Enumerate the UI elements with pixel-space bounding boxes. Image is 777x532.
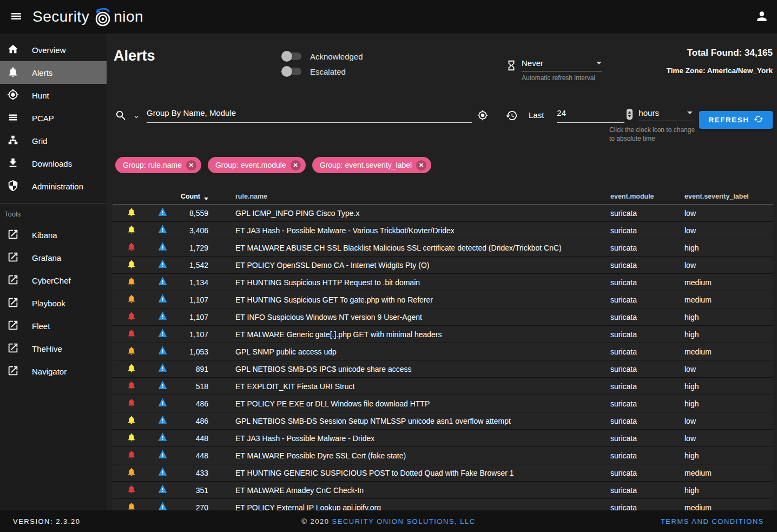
- table-row[interactable]: 3,406ET JA3 Hash - Possible Malware - Va…: [113, 222, 773, 239]
- table-row[interactable]: 270ET POLICY External IP Lookup api.ipif…: [113, 499, 773, 510]
- filter-crosshair-icon[interactable]: [477, 110, 488, 121]
- alert-triangle-icon[interactable]: [157, 432, 168, 444]
- chip-close-icon[interactable]: ✕: [186, 160, 196, 170]
- table-row[interactable]: 1,107ET HUNTING Suspicious GET To gate.p…: [113, 291, 773, 308]
- sidebar-item-alerts[interactable]: Alerts: [0, 61, 107, 84]
- time-value-input[interactable]: [557, 108, 611, 117]
- toggle-switch[interactable]: [283, 52, 301, 60]
- chip-close-icon[interactable]: ✕: [291, 160, 301, 170]
- table-row[interactable]: 8,559GPL ICMP_INFO PING Cisco Type.xsuri…: [113, 205, 773, 222]
- alert-triangle-icon[interactable]: [157, 345, 168, 358]
- alert-count: 1,134: [175, 278, 208, 287]
- severity-bell-icon[interactable]: [127, 311, 136, 323]
- table-row[interactable]: 351ET MALWARE Amadey CnC Check-Insuricat…: [113, 482, 773, 499]
- toggle-switch[interactable]: [283, 68, 301, 75]
- table-row[interactable]: 1,729ET MALWARE ABUSE.CH SSL Blacklist M…: [113, 239, 773, 257]
- alert-severity-label: medium: [684, 295, 773, 304]
- stepper-icon[interactable]: [626, 108, 633, 120]
- history-clock-icon[interactable]: [505, 109, 518, 122]
- alert-triangle-icon[interactable]: [157, 259, 168, 271]
- alert-triangle-icon[interactable]: [157, 467, 168, 479]
- table-row[interactable]: 891GPL NETBIOS SMB-DS IPC$ unicode share…: [113, 360, 773, 378]
- table-row[interactable]: 1,107ET MALWARE Generic gate[.].php GET …: [113, 326, 773, 343]
- severity-bell-icon[interactable]: [127, 450, 136, 462]
- alert-triangle-icon[interactable]: [157, 224, 168, 237]
- alert-triangle-icon[interactable]: [157, 241, 168, 254]
- tools-section-label: Tools: [0, 203, 107, 224]
- alert-triangle-icon[interactable]: [157, 415, 168, 427]
- alert-severity-label: low: [684, 261, 773, 270]
- user-account-button[interactable]: [747, 0, 777, 34]
- tool-item-fleet[interactable]: Fleet: [0, 314, 107, 337]
- alert-triangle-icon[interactable]: [157, 449, 168, 462]
- chip-close-icon[interactable]: ✕: [416, 160, 426, 170]
- group-chip[interactable]: Group: event.module✕: [208, 157, 306, 173]
- alert-triangle-icon[interactable]: [157, 207, 168, 219]
- table-row[interactable]: 448ET JA3 Hash - Possible Malware - Drid…: [113, 430, 773, 447]
- table-row[interactable]: 1,134ET HUNTING Suspicious HTTP Request …: [113, 274, 773, 291]
- alert-triangle-icon[interactable]: [157, 328, 168, 340]
- refresh-interval-select[interactable]: Never: [522, 58, 602, 71]
- severity-bell-icon[interactable]: [127, 294, 136, 306]
- column-header-severity[interactable]: event.severity_label: [684, 193, 773, 200]
- search-options-chevron-icon[interactable]: [133, 113, 140, 123]
- alert-event-module: suricata: [610, 486, 684, 495]
- severity-bell-icon[interactable]: [127, 242, 136, 254]
- sidebar-item-administration[interactable]: Administration: [0, 175, 107, 198]
- table-row[interactable]: 1,107ET INFO Suspicious Windows NT versi…: [113, 308, 773, 326]
- sidebar-item-pcap[interactable]: PCAP: [0, 107, 107, 129]
- alert-triangle-icon[interactable]: [157, 380, 168, 392]
- sidebar-item-overview[interactable]: Overview: [0, 38, 107, 61]
- alert-triangle-icon[interactable]: [157, 484, 168, 496]
- group-chip[interactable]: Group: rule.name✕: [115, 157, 201, 173]
- tool-item-navigator[interactable]: Navigator: [0, 360, 107, 383]
- table-row[interactable]: 486GPL NETBIOS SMB-DS Session Setup NTML…: [113, 412, 773, 430]
- alert-triangle-icon[interactable]: [157, 363, 168, 375]
- alert-triangle-icon[interactable]: [157, 293, 168, 306]
- copyright-link[interactable]: SECURITY ONION SOLUTIONS, LLC: [332, 517, 476, 526]
- tool-item-cyberchef[interactable]: CyberChef: [0, 269, 107, 292]
- table-row[interactable]: 1,053GPL SNMP public access udpsuricatam…: [113, 343, 773, 360]
- alert-triangle-icon[interactable]: [157, 276, 168, 288]
- column-header-rule-name[interactable]: rule.name: [208, 193, 610, 200]
- table-row[interactable]: 448ET MALWARE Possible Dyre SSL Cert (fa…: [113, 447, 773, 464]
- severity-bell-icon[interactable]: [127, 467, 136, 479]
- alert-triangle-icon[interactable]: [157, 397, 168, 410]
- menu-button[interactable]: [0, 0, 32, 34]
- table-row[interactable]: 518ET EXPLOIT_KIT Fiesta URI Structsuric…: [113, 378, 773, 395]
- time-unit-select[interactable]: hours: [638, 108, 693, 121]
- tool-item-playbook[interactable]: Playbook: [0, 292, 107, 314]
- refresh-icon: [749, 114, 763, 126]
- table-row[interactable]: 486ET POLICY PE EXE or DLL Windows file …: [113, 395, 773, 412]
- alert-count: 351: [175, 486, 208, 495]
- table-row[interactable]: 433ET HUNTING GENERIC SUSPICIOUS POST to…: [113, 464, 773, 482]
- search-input[interactable]: [147, 108, 472, 117]
- table-row[interactable]: 1,542ET POLICY OpenSSL Demo CA - Interne…: [113, 257, 773, 274]
- severity-bell-icon[interactable]: [127, 207, 136, 219]
- alert-triangle-icon[interactable]: [157, 311, 168, 323]
- refresh-button[interactable]: REFRESH: [699, 111, 773, 129]
- severity-bell-icon[interactable]: [127, 502, 136, 511]
- tool-item-kibana[interactable]: Kibana: [0, 224, 107, 246]
- tool-item-grafana[interactable]: Grafana: [0, 246, 107, 269]
- severity-bell-icon[interactable]: [127, 277, 136, 288]
- severity-bell-icon[interactable]: [127, 346, 136, 358]
- severity-bell-icon[interactable]: [127, 415, 136, 427]
- severity-bell-icon[interactable]: [127, 398, 136, 410]
- severity-bell-icon[interactable]: [127, 259, 136, 271]
- severity-bell-icon[interactable]: [127, 484, 136, 496]
- column-header-event-module[interactable]: event.module: [610, 193, 684, 200]
- tool-item-thehive[interactable]: TheHive: [0, 337, 107, 360]
- severity-bell-icon[interactable]: [127, 225, 136, 237]
- severity-bell-icon[interactable]: [127, 432, 136, 444]
- alert-triangle-icon[interactable]: [157, 501, 168, 510]
- severity-bell-icon[interactable]: [127, 380, 136, 392]
- column-header-count[interactable]: Count: [175, 193, 208, 200]
- sidebar-item-grid[interactable]: Grid: [0, 129, 107, 152]
- sidebar-item-downloads[interactable]: Downloads: [0, 152, 107, 175]
- severity-bell-icon[interactable]: [127, 363, 136, 375]
- group-chip[interactable]: Group: event.severity_label✕: [312, 157, 431, 173]
- sidebar-item-label: Downloads: [32, 159, 72, 168]
- sidebar-item-hunt[interactable]: Hunt: [0, 84, 107, 107]
- severity-bell-icon[interactable]: [127, 329, 136, 340]
